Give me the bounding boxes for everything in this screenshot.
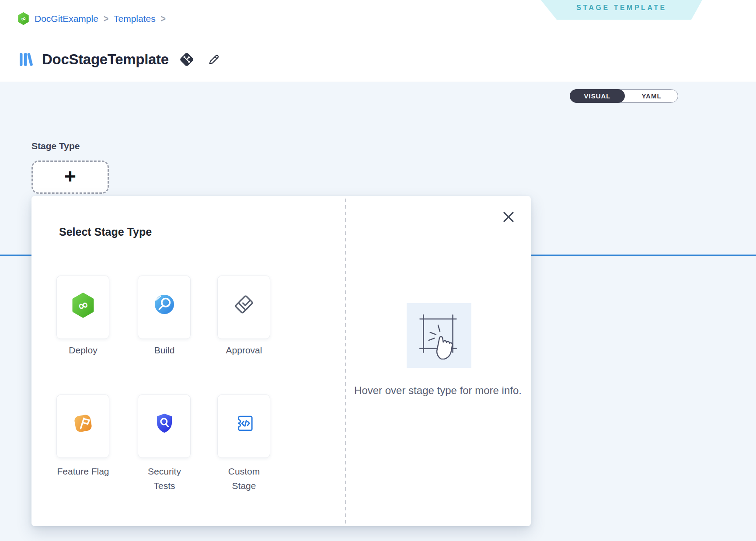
stage-type-label: Stage Type [31,141,80,151]
stage-card-custom-stage[interactable] [217,394,270,458]
stage-label-approval: Approval [207,343,281,357]
popover-divider [345,199,346,524]
deploy-hexagon-icon: ∞ [71,293,95,318]
toggle-visual-label: VISUAL [584,92,610,100]
plus-icon: + [64,166,76,188]
hover-info-text: Hover over stage type for more info. [345,383,531,398]
build-ci-icon [153,293,176,316]
project-hexagon-icon: ∞ [17,12,29,25]
stage-card-feature-flag[interactable] [56,394,109,458]
stage-label-feature-flag: Feature Flag [57,464,109,478]
edit-pencil-icon[interactable] [206,52,221,67]
breadcrumb-project-link[interactable]: DocGitExample [35,14,98,24]
visual-yaml-toggle[interactable]: VISUAL YAML [570,89,678,103]
approval-check-icon [232,293,256,316]
click-hand-icon [415,309,463,362]
stage-template-badge-label: STAGE TEMPLATE [576,4,666,16]
breadcrumb-separator: > [161,13,166,24]
feature-flag-icon [71,412,95,435]
stage-card-security-tests[interactable] [138,394,191,458]
breadcrumb-separator: > [104,13,108,24]
breadcrumb-templates-link[interactable]: Templates [114,14,156,24]
title-bar: DocStageTemplate VISUAL YAML [0,38,756,81]
popover-title: Select Stage Type [59,226,152,238]
stage-template-badge: STAGE TEMPLATE [541,0,702,20]
hover-info-illustration [407,303,471,368]
custom-stage-icon [232,412,256,435]
stage-card-approval[interactable] [217,276,270,339]
select-stage-type-popover: Select Stage Type ∞ [31,196,531,526]
toggle-visual-selected[interactable]: VISUAL [570,89,625,103]
stage-card-build[interactable] [138,276,191,339]
page-title: DocStageTemplate [42,51,169,68]
stage-label-custom-stage: Custom Stage [218,464,270,493]
template-library-icon [17,51,35,68]
git-sync-icon [178,51,195,68]
stage-label-build: Build [127,343,202,357]
stage-label-security-tests: Security Tests [138,464,191,493]
security-shield-icon [153,412,175,435]
add-stage-button[interactable]: + [31,161,109,194]
breadcrumb: ∞ DocGitExample > Templates > [17,0,166,37]
stage-card-deploy[interactable]: ∞ [56,276,109,339]
toggle-yaml-label: YAML [641,92,661,100]
stage-label-deploy: Deploy [46,343,120,357]
toggle-yaml[interactable]: YAML [625,90,678,102]
close-icon[interactable] [502,211,515,223]
